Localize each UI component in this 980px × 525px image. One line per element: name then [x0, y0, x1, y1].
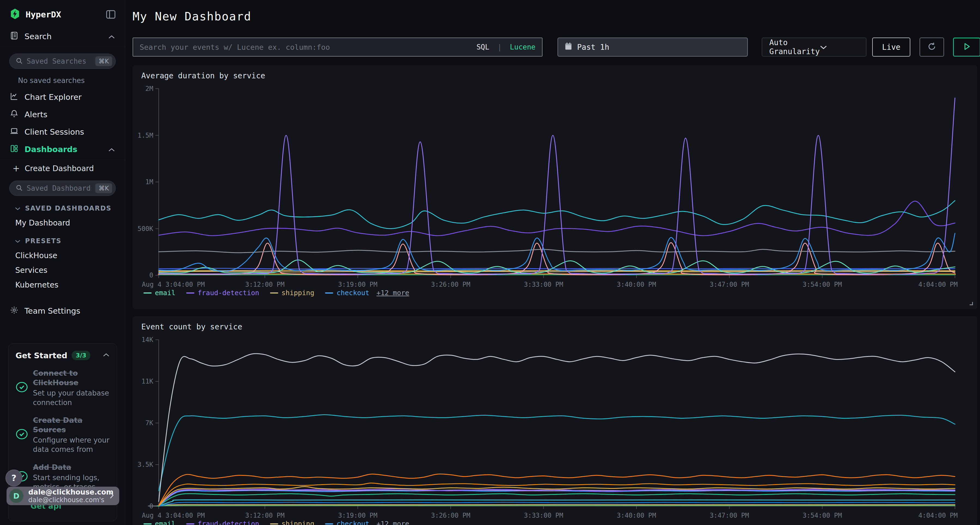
controls-bar: SQL | Lucene Past 1h Auto Granularity Li…	[132, 38, 974, 57]
legend-item-email[interactable]: email	[143, 520, 175, 525]
checklist-item-connect[interactable]: Connect to ClickHouse Set up your databa…	[16, 368, 110, 407]
svg-text:3:40:00 PM: 3:40:00 PM	[617, 281, 656, 288]
lucene-toggle[interactable]: Lucene	[510, 43, 535, 51]
legend-dash-icon	[186, 292, 194, 293]
svg-text:4:04:00 PM: 4:04:00 PM	[918, 281, 958, 288]
saved-searches-input[interactable]	[27, 57, 91, 65]
svg-text:500K: 500K	[137, 225, 153, 233]
event-search-input[interactable]	[140, 43, 473, 51]
sidebar-item-client-sessions[interactable]: Client Sessions	[0, 123, 125, 141]
chart-canvas-duration[interactable]: 0500K1M1.5M2MAug 4 3:04:00 PM3:12:00 PM3…	[135, 86, 974, 293]
svg-text:3:12:00 PM: 3:12:00 PM	[245, 281, 285, 288]
svg-text:3:54:00 PM: 3:54:00 PM	[802, 281, 842, 288]
shortcut-badge: ⌘K	[95, 56, 112, 66]
svg-text:4:04:00 PM: 4:04:00 PM	[918, 512, 958, 519]
shortcut-badge: ⌘K	[95, 183, 112, 193]
svg-text:3:54:00 PM: 3:54:00 PM	[802, 512, 842, 519]
play-icon	[963, 42, 971, 52]
run-query-button[interactable]	[953, 38, 980, 57]
legend-label: fraud-detection	[197, 289, 259, 297]
sidebar-item-services[interactable]: Services	[0, 263, 125, 278]
main-content: My New Dashboard SQL | Lucene Past 1h Au…	[126, 0, 980, 525]
svg-text:3:26:00 PM: 3:26:00 PM	[431, 281, 470, 288]
group-saved-dashboards[interactable]: SAVED DASHBOARDS	[0, 201, 125, 216]
svg-text:0: 0	[150, 271, 153, 279]
event-search-box[interactable]: SQL | Lucene	[132, 38, 542, 57]
granularity-value: Auto Granularity	[769, 38, 820, 56]
preset-link-label: Services	[15, 266, 48, 275]
sidebar-item-alerts[interactable]: Alerts	[0, 106, 125, 123]
live-button[interactable]: Live	[872, 38, 910, 57]
checklist-item-title: Create Data Sources	[33, 416, 110, 435]
sidebar-item-my-dashboard[interactable]: My Dashboard	[0, 216, 125, 230]
search-icon	[16, 57, 23, 65]
chart-title: Average duration by service	[141, 71, 265, 80]
collapse-sidebar-icon[interactable]	[106, 10, 116, 19]
legend-more-link[interactable]: +12 more	[377, 520, 409, 525]
svg-text:3.5K: 3.5K	[137, 461, 153, 468]
sidebar-item-chart-explorer[interactable]: Chart Explorer	[0, 89, 125, 106]
sidebar-item-label: Client Sessions	[24, 127, 115, 136]
legend-item-shipping[interactable]: shipping	[270, 289, 314, 297]
chart-title: Event count by service	[141, 322, 242, 331]
laptop-icon	[10, 127, 19, 137]
time-range-picker[interactable]: Past 1h	[557, 38, 748, 57]
svg-text:1.5M: 1.5M	[137, 132, 153, 139]
refresh-icon	[927, 41, 937, 52]
chevron-right-icon	[109, 491, 115, 501]
sidebar-item-clickhouse[interactable]: ClickHouse	[0, 248, 125, 263]
plus-icon: +	[13, 163, 20, 174]
chevron-up-icon[interactable]	[103, 353, 110, 358]
legend-label: shipping	[282, 520, 314, 525]
journal-icon	[10, 31, 19, 42]
legend-more-link[interactable]: +12 more	[377, 289, 409, 297]
legend-dash-icon	[143, 292, 152, 293]
sidebar: HyperDX Search ⌘K No saved searches Char…	[0, 0, 125, 525]
legend-item-checkout[interactable]: checkout	[325, 520, 369, 525]
team-settings-label: Team Settings	[24, 306, 80, 316]
saved-searches-searchbox[interactable]: ⌘K	[9, 54, 116, 69]
svg-text:3:40:00 PM: 3:40:00 PM	[617, 512, 656, 519]
legend-dash-icon	[325, 292, 333, 293]
sidebar-item-search[interactable]: Search	[0, 28, 125, 45]
brand-row: HyperDX	[0, 0, 125, 28]
legend-label: email	[155, 289, 175, 297]
create-dashboard-button[interactable]: + Create Dashboard	[0, 160, 125, 177]
svg-text:3:19:00 PM: 3:19:00 PM	[338, 512, 377, 519]
chevron-down-icon	[15, 237, 21, 245]
no-saved-searches-text: No saved searches	[18, 76, 125, 85]
refresh-button[interactable]	[920, 38, 944, 57]
legend-item-fraud-detection[interactable]: fraud-detection	[186, 520, 259, 525]
granularity-select[interactable]: Auto Granularity	[762, 38, 867, 57]
sidebar-item-label: Alerts	[24, 110, 115, 119]
chart-legend: emailfraud-detectionshippingcheckout+12 …	[143, 289, 409, 297]
chart-canvas-event-count[interactable]: 03.5K7K11K14KAug 4 3:04:00 PM3:12:00 PM3…	[135, 337, 974, 525]
svg-text:7K: 7K	[145, 419, 153, 427]
sidebar-item-team-settings[interactable]: Team Settings	[0, 302, 125, 320]
group-presets[interactable]: PRESETS	[0, 234, 125, 248]
legend-item-checkout[interactable]: checkout	[325, 289, 369, 297]
resize-handle-icon[interactable]	[970, 302, 973, 305]
svg-text:3:19:00 PM: 3:19:00 PM	[338, 281, 377, 288]
sidebar-item-label: Search	[24, 32, 102, 41]
language-divider: |	[497, 43, 502, 51]
sidebar-item-label: Chart Explorer	[24, 92, 115, 102]
legend-item-shipping[interactable]: shipping	[270, 520, 314, 525]
sidebar-item-dashboards[interactable]: Dashboards	[0, 141, 125, 158]
dashboard-link-label: My Dashboard	[15, 219, 70, 227]
checklist-item-sources[interactable]: Create Data Sources Configure where your…	[16, 416, 110, 454]
user-menu[interactable]: D dale@clickhouse.com dale@clickhouse.co…	[6, 487, 119, 505]
legend-item-fraud-detection[interactable]: fraud-detection	[186, 289, 259, 297]
checklist-item-desc: Set up your database connection	[33, 389, 110, 407]
svg-text:3:26:00 PM: 3:26:00 PM	[431, 512, 470, 519]
svg-text:Aug 4 3:04:00 PM: Aug 4 3:04:00 PM	[142, 512, 205, 519]
legend-dash-icon	[270, 292, 278, 293]
sidebar-item-kubernetes[interactable]: Kubernetes	[0, 278, 125, 292]
legend-item-email[interactable]: email	[143, 289, 175, 297]
saved-dashboards-searchbox[interactable]: ⌘K	[9, 181, 116, 196]
help-button[interactable]: ?	[5, 469, 22, 486]
chevron-down-icon	[15, 205, 21, 212]
saved-dashboards-input[interactable]	[27, 184, 91, 192]
sql-toggle[interactable]: SQL	[476, 43, 489, 51]
checklist-item-desc: Configure where your data comes from	[33, 436, 110, 454]
